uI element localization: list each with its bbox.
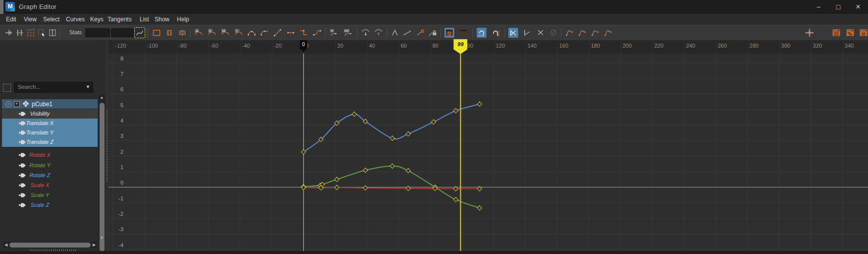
normalize-curves-button-icon[interactable] xyxy=(548,28,558,38)
pre-infinity-cycle-offset-button-icon[interactable] xyxy=(577,28,587,38)
tree-row-rotate-z[interactable]: Rotate Z xyxy=(2,171,98,180)
plateau-tangent-button-icon[interactable] xyxy=(312,28,322,38)
scroll-up-icon[interactable]: ▲ xyxy=(99,95,105,101)
tree-row-scale-x[interactable]: Scale X xyxy=(2,181,98,190)
open-time-editor-button-icon[interactable] xyxy=(859,28,868,38)
tree-row-rotate-x[interactable]: Rotate X xyxy=(2,150,98,160)
select-filter-icon[interactable] xyxy=(3,84,11,92)
flat-tangent-button-icon[interactable] xyxy=(286,28,296,38)
tree-vertical-scrollbar[interactable]: ▲ ▼ xyxy=(99,95,105,241)
buffer-curve-snapshot-button-icon[interactable] xyxy=(361,28,371,38)
origin-frame-marker[interactable]: 0 xyxy=(300,40,307,52)
keyframe-diamond[interactable] xyxy=(453,109,458,113)
swap-buffer-curve-button-icon[interactable] xyxy=(374,28,383,38)
tree-row-scale-y[interactable]: Scale Y xyxy=(2,190,98,200)
stacked-view-button-icon[interactable] xyxy=(522,28,532,38)
keyframe-diamond[interactable] xyxy=(453,197,458,202)
open-trax-editor-button-icon[interactable] xyxy=(845,28,855,38)
keyframe-diamond[interactable] xyxy=(432,120,436,124)
keyframe-diamond[interactable] xyxy=(477,206,482,210)
curve-translate-z[interactable] xyxy=(304,188,480,189)
keyframe-diamond[interactable] xyxy=(390,164,394,168)
menu-view[interactable]: View xyxy=(24,14,37,25)
post-infinity-cycle-offset-button-icon[interactable] xyxy=(603,28,613,38)
post-infinity-cycle-button-icon[interactable] xyxy=(590,28,600,38)
curve-translate-x[interactable] xyxy=(304,104,480,152)
minimize-button[interactable]: − xyxy=(809,0,828,14)
tree-row-pcube1[interactable]: − + pCube1 xyxy=(2,99,98,109)
absolute-view-toggle-icon[interactable] xyxy=(508,28,518,38)
menu-select[interactable]: Select xyxy=(43,14,59,25)
close-button[interactable]: × xyxy=(848,0,868,14)
vertical-scroll-thumb[interactable] xyxy=(100,103,105,252)
curve-graph-area[interactable]: -4-3-2-1012345678 xyxy=(108,54,868,254)
tree-row-translate-y[interactable]: Translate Y xyxy=(2,128,98,137)
open-dope-sheet-button-icon[interactable] xyxy=(831,28,841,38)
auto-ease-tangent-button-icon[interactable]: E xyxy=(207,28,217,38)
keyframe-diamond[interactable] xyxy=(477,102,482,106)
auto-custom-tangent-button-icon[interactable]: C xyxy=(234,28,244,38)
tree-row-rotate-y[interactable]: Rotate Y xyxy=(2,161,98,170)
auto-tangent-button-icon[interactable]: A xyxy=(194,28,204,38)
menu-help[interactable]: Help xyxy=(177,14,189,25)
maximize-button[interactable]: □ xyxy=(828,0,848,14)
frame-selected-button-icon[interactable] xyxy=(177,28,187,38)
pre-infinity-cycle-button-icon[interactable] xyxy=(564,28,574,38)
menu-edit[interactable]: Edit xyxy=(6,14,16,25)
menu-list[interactable]: List xyxy=(140,14,149,25)
keyframe-diamond[interactable] xyxy=(352,112,357,117)
scroll-down-icon[interactable]: ▼ xyxy=(99,235,105,241)
time-ruler[interactable]: -120-100-80-60-40-2002040608010012014016… xyxy=(108,40,868,54)
free-tangent-weight-button-icon[interactable] xyxy=(415,28,425,38)
tree-row-visibility[interactable]: Visibility xyxy=(2,109,98,119)
time-snap-toggle-icon[interactable] xyxy=(477,28,487,38)
value-snap-toggle-icon[interactable] xyxy=(491,28,501,38)
scroll-right-icon[interactable]: ▶ xyxy=(91,242,97,248)
clamped-tangent-button-icon[interactable] xyxy=(260,28,270,38)
step-tangent-button-icon[interactable] xyxy=(299,28,309,38)
break-tangents-button-icon[interactable] xyxy=(390,28,400,38)
region-select-keys-tool-icon[interactable] xyxy=(37,28,47,38)
horizontal-scroll-thumb[interactable] xyxy=(9,243,91,248)
keyframe-diamond[interactable] xyxy=(406,169,410,173)
menu-curves[interactable]: Curves xyxy=(66,14,85,25)
normalized-view-button-icon[interactable] xyxy=(536,28,545,38)
collapse-icon[interactable]: − xyxy=(5,101,11,107)
frame-all-button-icon[interactable] xyxy=(152,28,162,38)
lock-tangent-weight-button-icon[interactable] xyxy=(428,28,437,38)
curve-selection-toggle-icon[interactable] xyxy=(135,28,145,38)
pan-zoom-tool-button-icon[interactable] xyxy=(805,28,814,38)
menu-show[interactable]: Show xyxy=(155,14,169,25)
in-tangent-button-icon[interactable]: in xyxy=(329,28,339,38)
keyframe-diamond[interactable] xyxy=(390,136,394,140)
stats-time-field[interactable] xyxy=(85,28,110,37)
ruler-tick-label: 80 xyxy=(433,43,438,49)
out-tangent-button-icon[interactable]: out xyxy=(343,28,353,38)
scroll-left-icon[interactable]: ◀ xyxy=(3,242,9,248)
linear-tangent-button-icon[interactable] xyxy=(272,28,282,38)
retime-tool-icon[interactable] xyxy=(48,28,57,38)
auto-frame-toggle-icon[interactable] xyxy=(444,28,454,38)
search-input[interactable]: Search... ▼ xyxy=(14,82,93,93)
current-time-marker[interactable]: 99 xyxy=(453,39,467,54)
expand-icon[interactable]: + xyxy=(14,101,20,107)
frame-playback-range-button-icon[interactable] xyxy=(164,28,174,38)
tree-horizontal-scrollbar[interactable]: ◀ ▶ xyxy=(3,242,97,248)
lattice-deform-keys-tool-icon[interactable] xyxy=(26,28,36,38)
tree-row-translate-x[interactable]: Translate X xyxy=(2,119,98,128)
ghost-curves-button-icon[interactable] xyxy=(459,28,469,38)
search-dropdown-arrow-icon[interactable]: ▼ xyxy=(86,84,90,89)
ruler-tick xyxy=(113,40,114,54)
tree-row-translate-z[interactable]: Translate Z xyxy=(2,137,98,147)
menu-keys[interactable]: Keys xyxy=(90,14,104,25)
unify-tangents-button-icon[interactable] xyxy=(402,28,412,38)
tree-row-scale-z[interactable]: Scale Z xyxy=(2,200,98,210)
stats-value-field[interactable] xyxy=(111,28,134,37)
keyframe-diamond[interactable] xyxy=(406,186,410,190)
insert-keys-tool-icon[interactable] xyxy=(15,28,25,38)
menu-tangents[interactable]: Tangents xyxy=(108,14,132,25)
keyframe-diamond[interactable] xyxy=(406,131,410,136)
move-nearest-picked-key-tool-icon[interactable] xyxy=(4,28,14,38)
spline-tangent-button-icon[interactable] xyxy=(247,28,257,38)
auto-mix-tangent-button-icon[interactable]: M xyxy=(220,28,230,38)
